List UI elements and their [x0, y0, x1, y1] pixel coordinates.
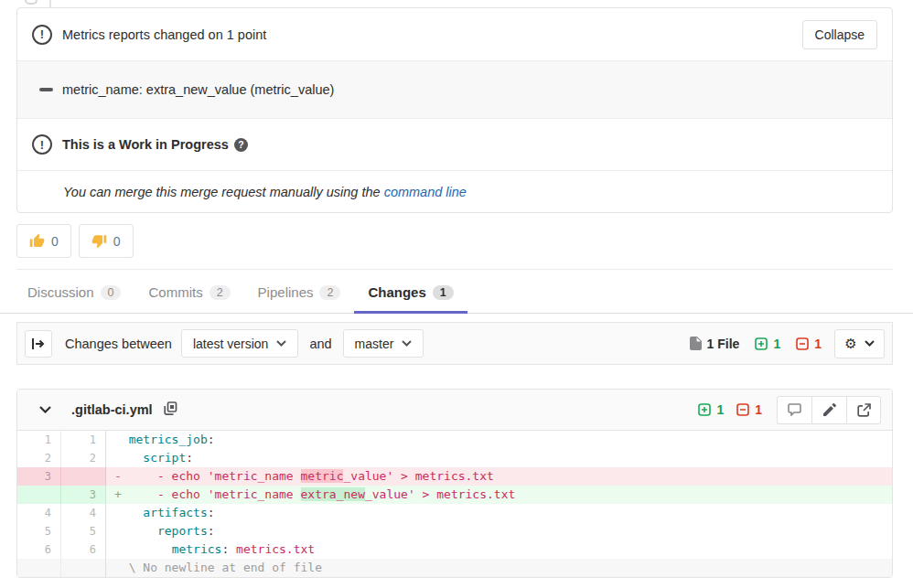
- metrics-detail-row: metric_name: extra_new_value (metric_val…: [17, 60, 892, 119]
- tab-discussion[interactable]: Discussion0: [14, 273, 134, 314]
- diff-line-content: script:: [106, 449, 892, 467]
- chevron-down-icon: [865, 340, 875, 347]
- diff-line-content: + - echo 'metric_name extra_new_value' >…: [106, 486, 892, 504]
- new-line-number[interactable]: 5: [61, 522, 106, 540]
- gear-icon: ⚙: [844, 336, 856, 352]
- tab-count-badge: 2: [319, 285, 340, 300]
- old-line-number[interactable]: 4: [17, 504, 61, 522]
- tab-commits[interactable]: Commits2: [134, 273, 243, 314]
- expand-sidebar-icon: [31, 337, 46, 350]
- and-label: and: [309, 337, 331, 351]
- metric-detail-text: metric_name: extra_new_value (metric_val…: [62, 82, 334, 97]
- diff-row: 11 metrics_job:: [17, 431, 892, 449]
- diff-row: \ No newline at end of file: [17, 559, 892, 577]
- view-file-button[interactable]: [846, 396, 881, 424]
- diff-row: 55 reports:: [17, 522, 892, 540]
- version-from-dropdown[interactable]: latest version: [181, 329, 298, 358]
- diff-table: 11 metrics_job:22 script:3- - echo 'metr…: [17, 431, 892, 577]
- tab-label: Discussion: [27, 284, 94, 300]
- metrics-report-title: Metrics reports changed on 1 point: [62, 27, 266, 42]
- copy-path-button[interactable]: [162, 400, 179, 421]
- command-line-link[interactable]: command line: [384, 185, 467, 199]
- version-to-dropdown[interactable]: master: [343, 329, 424, 358]
- old-line-number[interactable]: 5: [17, 522, 61, 540]
- old-line-number[interactable]: 2: [17, 449, 61, 467]
- file-added-count: 1: [698, 402, 724, 417]
- new-line-number[interactable]: 3: [61, 486, 106, 504]
- collapse-file-chevron-icon[interactable]: [39, 406, 51, 413]
- old-line-number[interactable]: [17, 486, 61, 504]
- diff-line-content: artifacts:: [106, 504, 892, 522]
- tab-label: Changes: [368, 284, 425, 300]
- old-line-number[interactable]: [17, 559, 61, 577]
- file-tree-toggle-button[interactable]: [25, 330, 52, 358]
- plus-square-icon: [755, 337, 768, 350]
- chevron-down-icon: [402, 340, 412, 347]
- collapse-button[interactable]: Collapse: [802, 20, 877, 49]
- thumbs-down-icon: [91, 233, 107, 249]
- help-question-icon[interactable]: ?: [234, 138, 248, 152]
- timeline-connector: [49, 0, 51, 7]
- tab-count-badge: 0: [101, 285, 122, 300]
- edit-file-button[interactable]: [811, 396, 846, 424]
- diff-row: 44 artifacts:: [17, 504, 892, 522]
- merge-help-row: You can merge this merge request manuall…: [17, 170, 892, 212]
- dash-icon: [39, 88, 53, 91]
- tab-label: Pipelines: [258, 284, 314, 300]
- diff-line-content: metrics_job:: [106, 431, 892, 449]
- diff-row: 22 script:: [17, 449, 892, 467]
- new-line-number[interactable]: [61, 559, 106, 577]
- diff-line-content: - - echo 'metric_name metric_value' > me…: [106, 467, 892, 486]
- file-diff-stats: 1 1: [698, 402, 762, 417]
- file-removed-count: 1: [736, 402, 762, 417]
- merge-help-text: You can merge this merge request manuall…: [63, 185, 467, 199]
- toggle-comments-button[interactable]: [777, 396, 811, 424]
- metrics-report-row: ! Metrics reports changed on 1 point Col…: [17, 8, 892, 60]
- copy-icon: [164, 401, 177, 416]
- plus-square-icon: [698, 403, 711, 416]
- diff-file-name[interactable]: .gitlab-ci.yml: [71, 402, 153, 417]
- minus-square-icon: [736, 403, 749, 416]
- chevron-down-icon: [276, 340, 286, 347]
- wip-row: ! This is a Work in Progress ?: [17, 119, 892, 170]
- tab-count-badge: 2: [209, 285, 231, 300]
- minus-square-icon: [796, 337, 809, 350]
- changes-compare-bar: Changes between latest version and maste…: [16, 322, 893, 365]
- thumbs-up-count: 0: [51, 234, 59, 249]
- thumbs-up-icon: [29, 233, 45, 249]
- new-line-number[interactable]: 6: [61, 540, 106, 559]
- thumbs-up-button[interactable]: 0: [16, 224, 71, 258]
- diff-file-card: .gitlab-ci.yml 1 1 11: [16, 389, 893, 578]
- diff-stats: 1 File 1 1: [690, 337, 822, 351]
- diff-line-content: \ No newline at end of file: [106, 559, 892, 577]
- old-line-number[interactable]: 6: [17, 540, 61, 559]
- file-count: 1 File: [690, 337, 740, 351]
- diff-row: 66 metrics: metrics.txt: [17, 540, 892, 559]
- diff-settings-button[interactable]: ⚙: [834, 329, 885, 358]
- award-buttons: 0 0: [16, 224, 134, 258]
- tab-count-badge: 1: [433, 285, 454, 300]
- exclamation-circle-icon: !: [32, 25, 52, 45]
- new-line-number[interactable]: [61, 467, 106, 486]
- thumbs-down-button[interactable]: 0: [79, 224, 134, 258]
- external-link-icon: [857, 403, 871, 417]
- new-line-number[interactable]: 2: [61, 449, 106, 467]
- diff-file-header: .gitlab-ci.yml 1 1: [17, 390, 892, 431]
- new-line-number[interactable]: 4: [61, 504, 106, 522]
- tab-pipelines[interactable]: Pipelines2: [244, 273, 355, 314]
- section-divider: [16, 269, 893, 270]
- wip-title: This is a Work in Progress: [62, 137, 229, 152]
- mr-widget-card: ! Metrics reports changed on 1 point Col…: [16, 7, 893, 213]
- removed-lines-count: 1: [796, 337, 822, 351]
- old-line-number[interactable]: 1: [17, 431, 61, 449]
- diff-line-content: reports:: [106, 522, 892, 540]
- diff-row: 3+ - echo 'metric_name extra_new_value' …: [17, 486, 892, 504]
- file-icon: [690, 337, 702, 350]
- old-line-number[interactable]: 3: [17, 467, 61, 486]
- tab-changes[interactable]: Changes1: [354, 273, 467, 314]
- diff-row: 3- - echo 'metric_name metric_value' > m…: [17, 467, 892, 486]
- new-line-number[interactable]: 1: [61, 431, 106, 449]
- pencil-icon: [823, 403, 836, 416]
- added-lines-count: 1: [755, 337, 780, 351]
- thumbs-down-count: 0: [113, 234, 121, 249]
